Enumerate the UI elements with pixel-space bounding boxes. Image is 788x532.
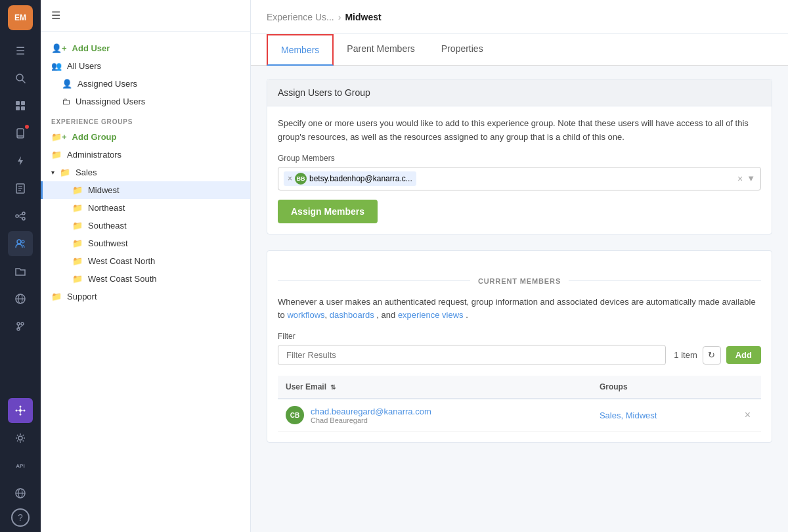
assign-card-description: Specify one or more users you would like… (278, 117, 761, 144)
current-members-body: CURRENT MEMBERS Whenever a user makes an… (267, 251, 772, 443)
assign-card-header: Assign Users to Group (267, 79, 772, 106)
add-button[interactable]: Add (726, 346, 761, 364)
svg-point-18 (17, 240, 21, 244)
members-description: Whenever a user makes an authenticated r… (278, 296, 761, 323)
svg-point-15 (22, 217, 25, 220)
tag-input-clear[interactable]: × (737, 173, 743, 184)
sidebar-midwest[interactable]: 📁 Midwest (41, 181, 250, 199)
add-user-icon: 👤+ (51, 43, 67, 53)
topbar: Experience Us... › Midwest (251, 0, 788, 34)
sidebar-header: ☰ (41, 0, 250, 32)
sidebar-west-coast-south[interactable]: 📁 West Coast South (41, 270, 250, 288)
user-groups: Sales, Midwest (592, 399, 734, 432)
members-table: User Email ⇅ Groups (278, 376, 761, 432)
nav-nodes-icon[interactable] (8, 398, 33, 423)
svg-point-27 (19, 409, 22, 412)
tag-email-betsy: betsy.badenhop@kanarra.c... (309, 174, 412, 183)
group-members-input[interactable]: × BB betsy.badenhop@kanarra.c... × ▼ (278, 167, 761, 190)
tab-properties[interactable]: Properties (428, 34, 496, 66)
group-members-label: Group Members (278, 154, 761, 163)
svg-rect-3 (21, 101, 25, 105)
app-logo[interactable]: EM (8, 5, 33, 30)
sidebar-all-users[interactable]: 👥 All Users (41, 57, 250, 75)
nav-users-icon[interactable] (8, 231, 33, 256)
tab-members[interactable]: Members (267, 34, 334, 66)
sidebar-sales[interactable]: ▾ 📁 Sales (41, 164, 250, 181)
svg-point-28 (20, 406, 22, 408)
filter-input[interactable] (278, 345, 666, 365)
sidebar-assigned-users[interactable]: 👤 Assigned Users (41, 75, 250, 93)
sales-chevron-icon: ▾ (51, 169, 55, 176)
content-area: Members Parent Members Properties Assign… (251, 34, 788, 532)
nav-grid-icon[interactable] (8, 93, 33, 118)
item-count: 1 item (674, 350, 697, 360)
filter-right-controls: 1 item ↻ Add (674, 346, 761, 365)
svg-rect-6 (17, 129, 24, 138)
filter-row: 1 item ↻ Add (278, 345, 761, 365)
tab-content: Assign Users to Group Specify one or mor… (267, 66, 772, 443)
user-email-cell: CB chad.beauregard@kanarra.com Chad Beau… (286, 406, 584, 424)
svg-point-14 (22, 212, 25, 215)
west-coast-south-folder-icon: 📁 (72, 274, 83, 284)
tag-remove-betsy[interactable]: × (288, 174, 292, 183)
nav-workflow-icon[interactable] (8, 204, 33, 229)
assigned-users-icon: 👤 (62, 79, 72, 89)
tag-input-dropdown[interactable]: ▼ (747, 173, 755, 183)
nav-device-icon[interactable] (8, 121, 33, 146)
svg-point-19 (22, 240, 24, 243)
link-workflows[interactable]: workflows (287, 310, 324, 320)
link-experience-views[interactable]: experience views (398, 310, 464, 320)
svg-point-29 (20, 414, 22, 416)
sidebar-northeast[interactable]: 📁 Northeast (41, 199, 250, 217)
sidebar-add-group[interactable]: 📁+ Add Group (41, 128, 250, 146)
nav-hamburger[interactable]: ☰ (8, 38, 33, 63)
experience-groups-label: Experience Groups (41, 110, 250, 128)
nav-book-icon[interactable] (8, 176, 33, 201)
nav-search-icon[interactable] (8, 66, 33, 91)
user-name: Chad Beauregard (311, 416, 431, 424)
sidebar-southeast[interactable]: 📁 Southeast (41, 217, 250, 234)
divider-line-left (278, 280, 470, 281)
betsy-avatar: BB (295, 173, 307, 185)
sidebar-hamburger[interactable]: ☰ (51, 9, 60, 22)
svg-line-17 (18, 217, 22, 219)
sidebar-administrators[interactable]: 📁 Administrators (41, 146, 250, 164)
svg-point-25 (21, 322, 24, 325)
breadcrumb-separator: › (338, 12, 341, 22)
sidebar-southwest[interactable]: 📁 Southwest (41, 234, 250, 252)
tabs-bar: Members Parent Members Properties (251, 34, 788, 66)
col-email[interactable]: User Email ⇅ (278, 376, 592, 399)
breadcrumb-current: Midwest (345, 12, 381, 22)
refresh-button[interactable]: ↻ (703, 346, 721, 365)
sidebar-west-coast-north[interactable]: 📁 West Coast North (41, 252, 250, 270)
nav-settings-icon[interactable] (8, 426, 33, 451)
assign-members-button[interactable]: Assign Members (278, 200, 378, 223)
user-email[interactable]: chad.beauregard@kanarra.com (311, 407, 431, 416)
filter-label: Filter (278, 332, 761, 341)
svg-point-13 (16, 215, 18, 217)
col-actions (734, 376, 761, 399)
nav-help-icon[interactable]: ? (11, 508, 30, 527)
sidebar-content: 👤+ Add User 👥 All Users 👤 Assigned Users… (41, 32, 250, 313)
nav-bolt-icon[interactable] (8, 148, 33, 173)
nav-git-icon[interactable] (8, 314, 33, 339)
link-dashboards[interactable]: dashboards (330, 310, 374, 320)
tab-parent-members[interactable]: Parent Members (334, 34, 427, 66)
nav-api-icon[interactable]: API (8, 453, 33, 478)
remove-user-button[interactable]: × (742, 409, 753, 420)
sidebar-support[interactable]: 📁 Support (41, 288, 250, 305)
nav-globe-icon[interactable] (8, 286, 33, 311)
sidebar-add-user[interactable]: 👤+ Add User (41, 39, 250, 57)
nav-bar: EM ☰ API ? (0, 0, 41, 532)
sidebar-unassigned-users[interactable]: 🗀 Unassigned Users (41, 93, 250, 110)
nav-globe2-icon[interactable] (8, 481, 33, 506)
assign-users-card: Assign Users to Group Specify one or mor… (267, 79, 772, 234)
sales-folder-icon: 📁 (60, 167, 70, 177)
svg-point-31 (24, 410, 26, 412)
svg-rect-5 (21, 106, 25, 110)
main-content: Experience Us... › Midwest Members Paren… (251, 0, 788, 532)
nav-folder-icon[interactable] (8, 259, 33, 284)
svg-point-30 (16, 410, 18, 412)
col-groups: Groups (592, 376, 734, 399)
email-sort-icon: ⇅ (330, 384, 336, 391)
